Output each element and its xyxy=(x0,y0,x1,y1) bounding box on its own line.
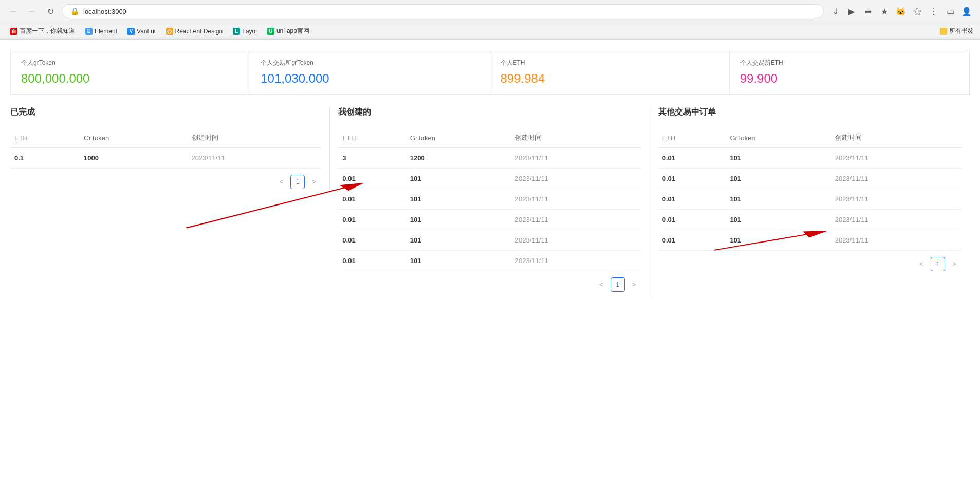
cell-grtoken: 101 xyxy=(726,148,830,169)
cell-grtoken: 101 xyxy=(726,169,830,189)
extension-icon[interactable]: 🐱 xyxy=(894,4,908,18)
col-eth-my: ETH xyxy=(338,128,406,148)
pagination-other: < 1 > xyxy=(658,251,961,277)
col-grtoken-completed: GrToken xyxy=(80,128,187,148)
table-header-my-created: ETH GrToken 创建时间 xyxy=(338,128,641,148)
cell-grtoken: 1000 xyxy=(80,148,187,169)
bookmark-vant[interactable]: V Vant ui xyxy=(123,26,159,36)
cell-eth: 0.01 xyxy=(338,169,406,189)
cell-date: 2023/11/11 xyxy=(511,148,641,169)
stat-value-personal-grtoken: 800,000.000 xyxy=(21,71,239,86)
stat-label-exchange-grtoken: 个人交易所grToken xyxy=(261,59,479,67)
cell-eth: 3 xyxy=(338,148,406,169)
window-icon[interactable]: ▭ xyxy=(943,4,957,18)
table-row: 0.01 101 2023/11/11 xyxy=(338,251,641,271)
prev-page-completed[interactable]: < xyxy=(274,175,288,189)
cell-eth: 0.01 xyxy=(338,230,406,251)
stat-label-exchange-eth: 个人交易所ETH xyxy=(740,59,959,67)
stat-value-exchange-eth: 99.900 xyxy=(740,71,959,86)
page-1-other[interactable]: 1 xyxy=(931,257,945,271)
bookmark-element[interactable]: E Element xyxy=(81,26,121,36)
cell-date: 2023/11/11 xyxy=(831,148,961,169)
refresh-button[interactable]: ↻ xyxy=(43,4,58,18)
cell-grtoken: 101 xyxy=(726,210,830,230)
download-icon[interactable]: ⇓ xyxy=(828,4,842,18)
stat-personal-grtoken: 个人grToken 800,000.000 xyxy=(11,50,250,94)
bookmark-uniapp[interactable]: U uni-app官网 xyxy=(263,25,313,37)
col-grtoken-other: GrToken xyxy=(726,128,830,148)
cell-eth: 0.01 xyxy=(338,189,406,210)
prev-page-my[interactable]: < xyxy=(594,277,608,292)
table-row: 0.01 101 2023/11/11 xyxy=(658,189,961,210)
stat-value-personal-eth: 899.984 xyxy=(501,71,719,86)
next-page-completed[interactable]: > xyxy=(307,175,321,189)
address-bar[interactable]: 🔒 localhost:3000 xyxy=(62,4,824,18)
table-row: 0.01 101 2023/11/11 xyxy=(658,169,961,189)
table-row: 0.01 101 2023/11/11 xyxy=(338,230,641,251)
pagination-my-created: < 1 > xyxy=(338,271,641,298)
stat-exchange-grtoken: 个人交易所grToken 101,030.000 xyxy=(250,50,490,94)
table-completed: ETH GrToken 创建时间 0.1 1000 2023/11/11 xyxy=(10,128,321,169)
bookmark-baidu[interactable]: 百 百度一下，你就知道 xyxy=(6,25,79,37)
uniapp-icon: U xyxy=(267,28,274,35)
table-my-created: ETH GrToken 创建时间 3 1200 2023/11/11 0.01 … xyxy=(338,128,641,271)
col-date-completed: 创建时间 xyxy=(188,128,322,148)
forward-button[interactable]: → xyxy=(25,4,39,18)
cell-grtoken: 101 xyxy=(406,210,511,230)
table-other: ETH GrToken 创建时间 0.01 101 2023/11/11 0.0… xyxy=(658,128,961,251)
bookmark-react-ant[interactable]: ◇ React Ant Design xyxy=(162,26,227,36)
cell-date: 2023/11/11 xyxy=(831,230,961,251)
panel-title-my-created: 我创建的 xyxy=(338,107,641,118)
table-header-completed: ETH GrToken 创建时间 xyxy=(10,128,321,148)
back-button[interactable]: ← xyxy=(6,4,21,18)
layui-icon: L xyxy=(233,28,240,35)
browser-actions: ⇓ ▶ ➦ ★ 🐱 ⚝ ⋮ ▭ 👤 xyxy=(828,4,974,18)
prev-page-other[interactable]: < xyxy=(914,257,929,271)
cell-grtoken: 101 xyxy=(406,230,511,251)
element-icon: E xyxy=(85,28,93,35)
cell-date: 2023/11/11 xyxy=(511,230,641,251)
cell-grtoken: 101 xyxy=(406,169,511,189)
table-row: 0.01 101 2023/11/11 xyxy=(658,210,961,230)
menu-icon[interactable]: ⋮ xyxy=(927,4,941,18)
cell-eth: 0.01 xyxy=(658,230,726,251)
next-page-my[interactable]: > xyxy=(627,277,641,292)
panel-title-other: 其他交易中订单 xyxy=(658,107,961,118)
browser-chrome: ← → ↻ 🔒 localhost:3000 ⇓ ▶ ➦ ★ 🐱 ⚝ ⋮ ▭ 👤… xyxy=(0,0,980,40)
page-1-my[interactable]: 1 xyxy=(611,277,625,292)
cell-grtoken: 101 xyxy=(726,189,830,210)
screenshot-icon[interactable]: ▶ xyxy=(844,4,859,18)
stat-label-personal-eth: 个人ETH xyxy=(501,59,719,67)
cell-eth: 0.01 xyxy=(658,210,726,230)
panel-title-completed: 已完成 xyxy=(10,107,321,118)
bookmark-layui[interactable]: L Layui xyxy=(229,26,261,36)
stat-label-personal-grtoken: 个人grToken xyxy=(21,59,239,67)
url-text: localhost:3000 xyxy=(83,8,126,15)
table-header-other: ETH GrToken 创建时间 xyxy=(658,128,961,148)
next-page-other[interactable]: > xyxy=(947,257,961,271)
share-icon[interactable]: ➦ xyxy=(861,4,875,18)
star-icon[interactable]: ★ xyxy=(877,4,892,18)
baidu-icon: 百 xyxy=(10,28,17,35)
cell-date: 2023/11/11 xyxy=(511,210,641,230)
col-date-other: 创建时间 xyxy=(831,128,961,148)
col-eth-completed: ETH xyxy=(10,128,80,148)
cell-grtoken: 101 xyxy=(406,189,511,210)
cell-eth: 0.01 xyxy=(338,251,406,271)
tables-section: 已完成 ETH GrToken 创建时间 0.1 1000 2023/11/11 xyxy=(10,107,970,298)
table-row: 0.1 1000 2023/11/11 xyxy=(10,148,321,169)
col-eth-other: ETH xyxy=(658,128,726,148)
table-row: 0.01 101 2023/11/11 xyxy=(658,230,961,251)
cell-eth: 0.01 xyxy=(658,169,726,189)
profile-icon[interactable]: 👤 xyxy=(959,4,974,18)
stat-value-exchange-grtoken: 101,030.000 xyxy=(261,71,479,86)
puzzle-icon[interactable]: ⚝ xyxy=(910,4,924,18)
cell-eth: 0.1 xyxy=(10,148,80,169)
react-ant-icon: ◇ xyxy=(166,28,173,35)
lock-icon: 🔒 xyxy=(70,7,79,15)
browser-toolbar: ← → ↻ 🔒 localhost:3000 ⇓ ▶ ➦ ★ 🐱 ⚝ ⋮ ▭ 👤 xyxy=(0,0,980,23)
cell-date: 2023/11/11 xyxy=(511,251,641,271)
bookmarks-folder-icon xyxy=(940,28,947,35)
page-1-completed[interactable]: 1 xyxy=(290,175,305,189)
cell-grtoken: 101 xyxy=(406,251,511,271)
